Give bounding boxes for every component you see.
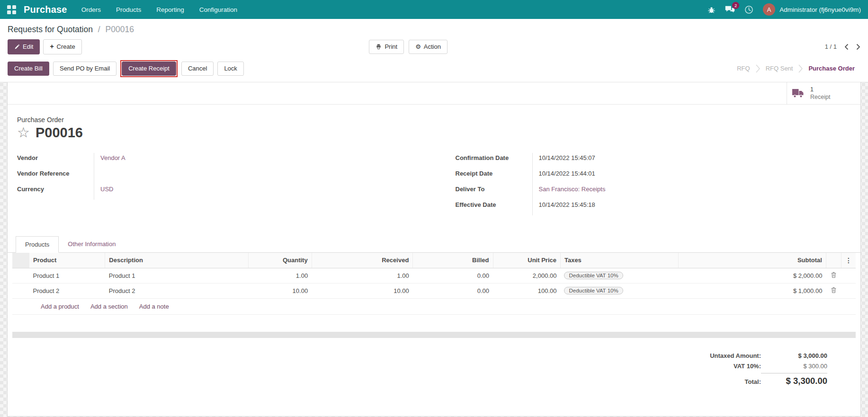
vendor-label: Vendor <box>17 153 94 169</box>
row-handle[interactable] <box>12 283 29 298</box>
cell-taxes[interactable]: Deductible VAT 10% <box>560 283 678 298</box>
avatar: A <box>763 3 775 16</box>
total-value: $ 3,300.00 <box>761 373 827 386</box>
printer-icon <box>376 44 382 50</box>
state-rfq[interactable]: RFQ <box>731 63 755 74</box>
menu-products[interactable]: Products <box>116 6 141 13</box>
cell-received[interactable]: 1.00 <box>312 268 413 283</box>
optional-columns-icon[interactable]: ⋮ <box>841 253 856 268</box>
currency-value[interactable]: USD <box>94 184 413 200</box>
column-received[interactable]: Received <box>312 253 413 268</box>
cancel-button[interactable]: Cancel <box>181 62 214 76</box>
column-description[interactable]: Description <box>105 253 249 268</box>
vendor-reference-value[interactable] <box>94 169 413 184</box>
row-handle[interactable] <box>12 268 29 283</box>
cell-received[interactable]: 10.00 <box>312 283 413 298</box>
gear-icon: ⚙ <box>415 44 421 50</box>
messages-icon[interactable]: 2 <box>725 5 735 14</box>
pager-next-icon[interactable] <box>856 44 860 50</box>
delete-line-icon[interactable] <box>831 287 837 293</box>
send-po-by-email-button[interactable]: Send PO by Email <box>53 62 116 76</box>
receipt-date-value[interactable]: 10/14/2022 15:44:01 <box>532 169 851 184</box>
cell-product[interactable]: Product 1 <box>29 268 105 283</box>
menu-reporting[interactable]: Reporting <box>156 6 184 13</box>
delete-column <box>826 253 841 268</box>
smart-button-strip: 1 Receipt <box>8 82 860 105</box>
column-billed[interactable]: Billed <box>413 253 493 268</box>
cell-unit-price[interactable]: 100.00 <box>493 283 560 298</box>
create-receipt-highlight-box: Create Receipt <box>120 60 178 77</box>
cell-quantity[interactable]: 1.00 <box>249 268 312 283</box>
horizontal-scrollbar[interactable] <box>12 332 856 338</box>
edit-button[interactable]: Edit <box>8 39 40 54</box>
column-unit-price[interactable]: Unit Price <box>493 253 560 268</box>
menu-orders[interactable]: Orders <box>81 6 101 13</box>
table-row[interactable]: Product 1 Product 1 1.00 1.00 0.00 2,000… <box>12 268 856 283</box>
apps-grid-icon[interactable] <box>7 5 16 14</box>
user-name: Administrator (fj6nyue0vi9m) <box>779 6 861 13</box>
action-button[interactable]: ⚙ Action <box>409 40 447 54</box>
add-a-section-link[interactable]: Add a section <box>90 303 128 310</box>
table-row[interactable]: Product 2 Product 2 10.00 10.00 0.00 100… <box>12 283 856 298</box>
breadcrumb-current: P00016 <box>106 25 134 34</box>
debug-bug-icon[interactable] <box>707 6 716 14</box>
receipt-smart-button[interactable]: 1 Receipt <box>787 82 860 104</box>
user-menu[interactable]: A Administrator (fj6nyue0vi9m) <box>763 3 861 16</box>
menu-configuration[interactable]: Configuration <box>199 6 237 13</box>
add-a-note-link[interactable]: Add a note <box>139 303 169 310</box>
lock-button[interactable]: Lock <box>217 62 243 76</box>
deliver-to-value[interactable]: San Francisco: Receipts <box>532 184 851 200</box>
tab-other-information[interactable]: Other Information <box>59 236 125 252</box>
print-button[interactable]: Print <box>369 40 404 54</box>
cell-description[interactable]: Product 1 <box>105 268 249 283</box>
vat-value: $ 300.00 <box>761 363 827 370</box>
state-rfq-sent[interactable]: RFQ Sent <box>760 63 799 74</box>
create-receipt-button[interactable]: Create Receipt <box>122 62 176 76</box>
cell-quantity[interactable]: 10.00 <box>249 283 312 298</box>
effective-date-value[interactable]: 10/14/2022 15:45:18 <box>532 200 851 215</box>
document-name: P00016 <box>36 125 83 141</box>
vat-label: VAT 10%: <box>657 363 761 370</box>
cell-unit-price[interactable]: 2,000.00 <box>493 268 560 283</box>
top-navbar: Purchase Orders Products Reporting Confi… <box>0 0 868 19</box>
receipt-count: 1 <box>810 86 830 93</box>
create-bill-button[interactable]: Create Bill <box>8 62 49 76</box>
table-footer-links: Add a product Add a section Add a note <box>12 299 856 315</box>
action-button-label: Action <box>424 43 441 51</box>
form-sheet: 1 Receipt Purchase Order ☆ P00016 Vendor… <box>7 82 861 417</box>
confirmation-date-value[interactable]: 10/14/2022 15:45:07 <box>532 153 851 169</box>
untaxed-amount-label: Untaxed Amount: <box>657 352 761 359</box>
vendor-value[interactable]: Vendor A <box>94 153 413 169</box>
favorite-star-icon[interactable]: ☆ <box>17 125 30 140</box>
breadcrumb-parent[interactable]: Requests for Quotation <box>8 25 93 34</box>
receipt-label: Receipt <box>810 93 830 101</box>
pager-previous-icon[interactable] <box>844 44 849 50</box>
column-quantity[interactable]: Quantity <box>249 253 312 268</box>
pager: 1 / 1 <box>825 43 860 50</box>
cell-description[interactable]: Product 2 <box>105 283 249 298</box>
cell-taxes[interactable]: Deductible VAT 10% <box>560 268 678 283</box>
add-a-product-link[interactable]: Add a product <box>41 303 79 310</box>
app-title[interactable]: Purchase <box>24 4 67 15</box>
column-subtotal[interactable]: Subtotal <box>679 253 826 268</box>
delete-line-icon[interactable] <box>831 272 837 278</box>
chevron-right-icon <box>756 64 760 73</box>
totals-block: Untaxed Amount: $ 3,000.00 VAT 10%: $ 30… <box>8 352 827 390</box>
effective-date-label: Effective Date <box>456 200 532 215</box>
column-product[interactable]: Product <box>29 253 105 268</box>
cell-billed[interactable]: 0.00 <box>413 268 493 283</box>
activities-clock-icon[interactable] <box>744 5 753 14</box>
cell-product[interactable]: Product 2 <box>29 283 105 298</box>
state-arrows: RFQ RFQ Sent Purchase Order <box>731 63 860 74</box>
left-field-group: Vendor Vendor A Vendor Reference Currenc… <box>17 153 413 215</box>
message-count-badge: 2 <box>732 2 739 9</box>
state-purchase-order[interactable]: Purchase Order <box>803 63 860 74</box>
document-type-label: Purchase Order <box>17 116 851 124</box>
vendor-reference-label: Vendor Reference <box>17 169 94 184</box>
tab-products[interactable]: Products <box>16 236 59 253</box>
column-taxes[interactable]: Taxes <box>560 253 678 268</box>
confirmation-date-label: Confirmation Date <box>456 153 532 169</box>
row-handle-column <box>12 253 29 268</box>
right-field-group: Confirmation Date 10/14/2022 15:45:07 Re… <box>456 153 851 215</box>
cell-billed[interactable]: 0.00 <box>413 283 493 298</box>
